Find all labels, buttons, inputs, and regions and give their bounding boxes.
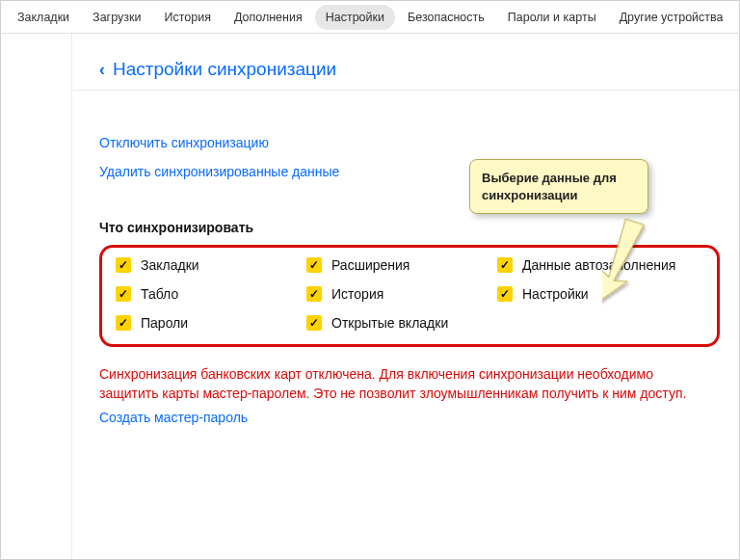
disable-sync-link[interactable]: Отключить синхронизацию: [99, 135, 720, 150]
sync-items-box: ✓ Закладки ✓ Расширения ✓ Данные автозап…: [99, 245, 720, 347]
sync-section-title: Что синхронизировать: [99, 220, 720, 235]
tab-passwords-cards[interactable]: Пароли и карты: [497, 5, 607, 30]
back-chevron-icon[interactable]: ‹: [99, 60, 105, 80]
checkbox-settings[interactable]: ✓ Настройки: [497, 286, 703, 302]
checkbox-label: Расширения: [331, 257, 410, 273]
divider: [72, 90, 739, 91]
checkbox-label: Данные автозаполнения: [522, 257, 675, 273]
top-tabbar: Закладки Загрузки История Дополнения Нас…: [1, 1, 739, 34]
checkbox-bookmarks[interactable]: ✓ Закладки: [116, 257, 299, 273]
checkbox-label: Настройки: [522, 286, 589, 302]
bank-cards-warning: Синхронизация банковских карт отключена.…: [99, 364, 697, 404]
tab-history[interactable]: История: [153, 5, 221, 30]
checkbox-passwords[interactable]: ✓ Пароли: [116, 315, 299, 331]
checkbox-autofill-data[interactable]: ✓ Данные автозаполнения: [497, 257, 703, 273]
warning-text: Синхронизация банковских карт отключена.…: [99, 366, 686, 401]
check-icon: ✓: [116, 257, 131, 273]
checkbox-tablo[interactable]: ✓ Табло: [116, 286, 299, 302]
check-icon: ✓: [497, 286, 513, 302]
create-master-password-link[interactable]: Создать мастер-пароль: [99, 410, 720, 425]
sidebar: [1, 34, 72, 559]
check-icon: ✓: [306, 257, 322, 273]
checkbox-extensions[interactable]: ✓ Расширения: [306, 257, 489, 273]
checkbox-label: Открытые вкладки: [331, 315, 448, 331]
main-content: ‹ Настройки синхронизации Отключить синх…: [72, 34, 739, 559]
page-title: Настройки синхронизации: [113, 59, 336, 80]
tab-other-devices[interactable]: Другие устройства: [609, 5, 734, 30]
page-title-row[interactable]: ‹ Настройки синхронизации: [99, 59, 720, 80]
checkbox-label: Пароли: [141, 315, 188, 331]
checkbox-label: Табло: [141, 286, 178, 302]
tab-addons[interactable]: Дополнения: [224, 5, 313, 30]
check-icon: ✓: [116, 286, 131, 302]
check-icon: ✓: [306, 286, 322, 302]
check-icon: ✓: [306, 315, 322, 331]
checkbox-history[interactable]: ✓ История: [306, 286, 489, 302]
checkbox-label: История: [331, 286, 383, 302]
tab-bookmarks[interactable]: Закладки: [7, 5, 80, 30]
tab-downloads[interactable]: Загрузки: [82, 5, 151, 30]
callout-text: Выберие данные для синхронизации: [482, 171, 617, 202]
annotation-callout: Выберие данные для синхронизации: [469, 159, 648, 214]
check-icon: ✓: [497, 257, 513, 273]
tab-settings[interactable]: Настройки: [315, 5, 395, 30]
checkbox-label: Закладки: [141, 257, 199, 273]
check-icon: ✓: [116, 315, 131, 331]
tab-security[interactable]: Безопасность: [397, 5, 495, 30]
checkbox-open-tabs[interactable]: ✓ Открытые вкладки: [306, 315, 489, 331]
